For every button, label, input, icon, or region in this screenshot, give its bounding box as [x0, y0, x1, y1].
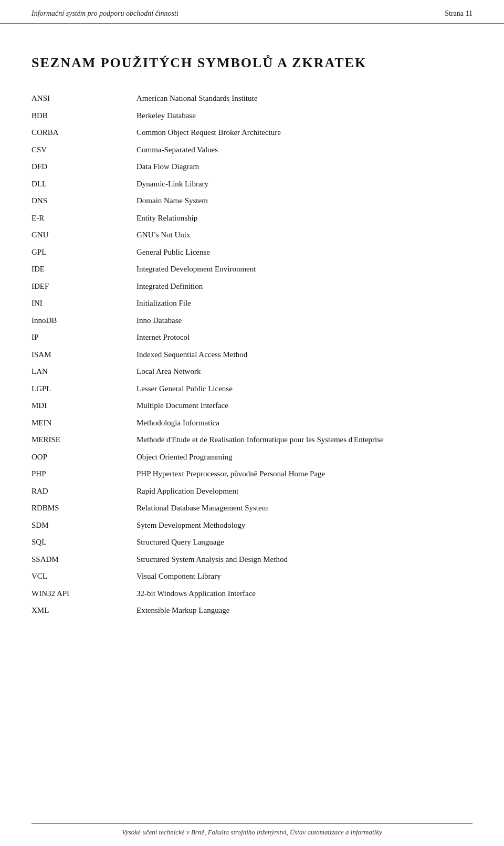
table-row: MEINMethodologia Informatica [32, 414, 472, 432]
abbreviation-term: CORBA [32, 124, 126, 141]
table-row: ISAMIndexed Sequential Access Method [32, 346, 472, 363]
abbreviation-term: LAN [32, 363, 126, 380]
abbreviation-definition: Structured System Analysis and Design Me… [126, 551, 472, 568]
page-footer: Vysoké učení technické v Brně, Fakulta s… [32, 823, 472, 837]
section-title: Seznam použitých symbolů a zkratek [32, 55, 472, 71]
abbreviation-definition: Common Object Request Broker Architectur… [126, 124, 472, 141]
abbreviation-definition: GNU’s Not Unix [126, 226, 472, 244]
abbreviation-definition: Comma-Separated Values [126, 141, 472, 159]
table-row: GPLGeneral Public License [32, 244, 472, 261]
abbreviation-term: OOP [32, 448, 126, 466]
page-number: Strana 11 [445, 9, 472, 18]
abbreviation-term: DLL [32, 175, 126, 193]
abbreviation-definition: Methode d'Etude et de Realisation Inform… [126, 431, 472, 448]
abbreviations-table: ANSIAmerican National Standards Institut… [32, 90, 472, 619]
abbreviation-definition: Berkeley Database [126, 107, 472, 124]
abbreviation-term: ANSI [32, 90, 126, 107]
table-row: DLLDynamic-Link Library [32, 175, 472, 193]
table-row: SSADMStructured System Analysis and Desi… [32, 551, 472, 568]
abbreviation-term: ISAM [32, 346, 126, 363]
abbreviation-definition: Integrated Development Environment [126, 260, 472, 278]
main-content: Seznam použitých symbolů a zkratek ANSIA… [0, 24, 504, 651]
abbreviation-term: PHP [32, 465, 126, 483]
table-row: IPInternet Protocol [32, 329, 472, 346]
table-row: LANLocal Area Network [32, 363, 472, 380]
table-row: RADRapid Application Development [32, 483, 472, 500]
abbreviation-definition: Extensible Markup Language [126, 602, 472, 619]
abbreviation-term: RAD [32, 483, 126, 500]
table-row: DNSDomain Name System [32, 192, 472, 210]
abbreviation-term: DFD [32, 158, 126, 175]
abbreviation-term: IDE [32, 260, 126, 278]
abbreviation-definition: Structured Query Language [126, 534, 472, 551]
abbreviation-term: CSV [32, 141, 126, 159]
abbreviation-definition: Initialization File [126, 295, 472, 312]
table-row: WIN32 API32-bit Windows Application Inte… [32, 585, 472, 602]
abbreviation-term: WIN32 API [32, 585, 126, 602]
table-row: CSVComma-Separated Values [32, 141, 472, 159]
abbreviation-definition: PHP Hypertext Preprocessor, původně Pers… [126, 465, 472, 483]
abbreviation-term: INI [32, 295, 126, 312]
abbreviation-term: MDI [32, 397, 126, 414]
abbreviation-definition: Methodologia Informatica [126, 414, 472, 432]
table-row: MERISEMethode d'Etude et de Realisation … [32, 431, 472, 448]
abbreviation-term: E-R [32, 210, 126, 227]
abbreviation-term: MERISE [32, 431, 126, 448]
table-row: SDMSytem Development Methodology [32, 517, 472, 534]
table-row: CORBACommon Object Request Broker Archit… [32, 124, 472, 141]
table-row: E-REntity Relationship [32, 210, 472, 227]
table-row: INIInitialization File [32, 295, 472, 312]
table-row: RDBMSRelational Database Management Syst… [32, 499, 472, 517]
table-row: LGPLLesser General Public License [32, 380, 472, 398]
abbreviation-definition: Object Oriented Programming [126, 448, 472, 466]
table-row: VCLVisual Component Library [32, 568, 472, 585]
abbreviation-definition: Internet Protocol [126, 329, 472, 346]
abbreviation-definition: Local Area Network [126, 363, 472, 380]
abbreviation-definition: 32-bit Windows Application Interface [126, 585, 472, 602]
footer-text: Vysoké učení technické v Brně, Fakulta s… [122, 828, 382, 836]
abbreviation-definition: Relational Database Management System [126, 499, 472, 517]
abbreviation-term: RDBMS [32, 499, 126, 517]
abbreviation-term: SSADM [32, 551, 126, 568]
abbreviation-definition: Multiple Document Interface [126, 397, 472, 414]
abbreviation-definition: Sytem Development Methodology [126, 517, 472, 534]
abbreviation-term: SQL [32, 534, 126, 551]
table-row: ANSIAmerican National Standards Institut… [32, 90, 472, 107]
abbreviation-definition: Lesser General Public License [126, 380, 472, 398]
abbreviation-term: DNS [32, 192, 126, 210]
table-row: PHPPHP Hypertext Preprocessor, původně P… [32, 465, 472, 483]
table-row: IDEIntegrated Development Environment [32, 260, 472, 278]
abbreviation-definition: Integrated Definition [126, 278, 472, 295]
abbreviation-term: LGPL [32, 380, 126, 398]
abbreviation-definition: Data Flow Diagram [126, 158, 472, 175]
document-title: Informační systém pro podporu obchodní č… [32, 9, 178, 18]
table-row: SQLStructured Query Language [32, 534, 472, 551]
abbreviation-definition: Indexed Sequential Access Method [126, 346, 472, 363]
abbreviation-definition: Domain Name System [126, 192, 472, 210]
abbreviation-term: VCL [32, 568, 126, 585]
abbreviation-term: MEIN [32, 414, 126, 432]
table-row: GNUGNU’s Not Unix [32, 226, 472, 244]
abbreviation-term: InnoDB [32, 312, 126, 329]
table-row: XMLExtensible Markup Language [32, 602, 472, 619]
table-row: BDBBerkeley Database [32, 107, 472, 124]
abbreviation-definition: Visual Component Library [126, 568, 472, 585]
abbreviation-term: GNU [32, 226, 126, 244]
abbreviation-definition: Inno Database [126, 312, 472, 329]
abbreviation-term: GPL [32, 244, 126, 261]
abbreviation-term: BDB [32, 107, 126, 124]
abbreviation-definition: General Public License [126, 244, 472, 261]
table-row: IDEFIntegrated Definition [32, 278, 472, 295]
table-row: InnoDBInno Database [32, 312, 472, 329]
page-header: Informační systém pro podporu obchodní č… [0, 0, 504, 24]
table-row: OOPObject Oriented Programming [32, 448, 472, 466]
abbreviation-term: IDEF [32, 278, 126, 295]
table-row: DFDData Flow Diagram [32, 158, 472, 175]
abbreviation-definition: Rapid Application Development [126, 483, 472, 500]
abbreviation-definition: Entity Relationship [126, 210, 472, 227]
abbreviation-term: SDM [32, 517, 126, 534]
table-row: MDIMultiple Document Interface [32, 397, 472, 414]
abbreviation-term: IP [32, 329, 126, 346]
abbreviation-definition: American National Standards Institute [126, 90, 472, 107]
abbreviation-definition: Dynamic-Link Library [126, 175, 472, 193]
